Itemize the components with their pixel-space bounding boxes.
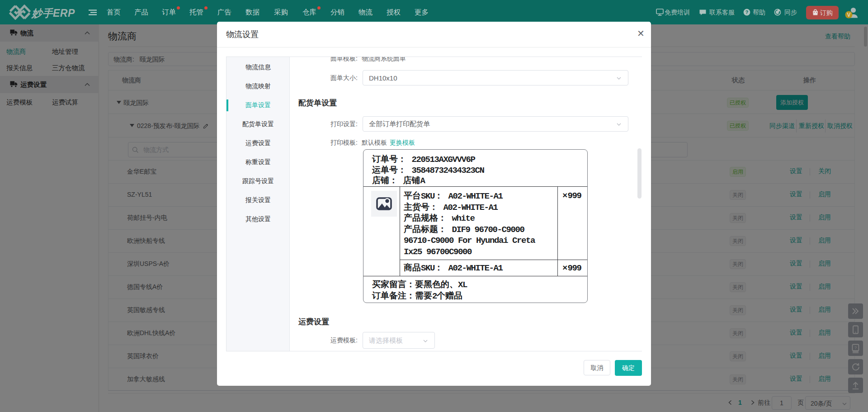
svg-text:V: V (847, 12, 850, 18)
svg-text:?: ? (745, 9, 748, 15)
